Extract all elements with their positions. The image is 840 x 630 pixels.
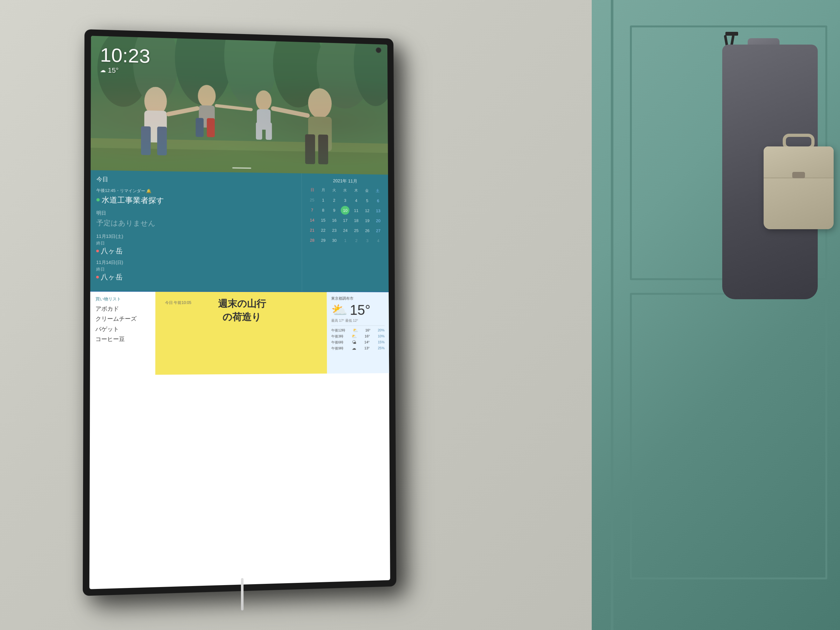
day-sat: 土 bbox=[373, 188, 383, 194]
note-meta: 今日 午前10:05 bbox=[165, 300, 191, 306]
forecast-rain-3: 15% bbox=[378, 340, 385, 344]
forecast-temp-1: 16° bbox=[365, 328, 371, 332]
forecast-temp-2: 16° bbox=[365, 334, 370, 338]
forecast-row-1: 午後12時 ⛅ 16° 20% bbox=[332, 328, 385, 333]
cal-cell-today: 10 bbox=[341, 206, 349, 215]
reminder-title: 水道工事業者探す bbox=[96, 194, 296, 207]
day-tue: 火 bbox=[329, 187, 339, 194]
today-section: 今日 午後12:45・リマインダー 🔔 水道工事業者探す 明日 予定はありません… bbox=[90, 170, 388, 292]
cal-cell: 3 bbox=[341, 196, 349, 205]
photo-section: 10:23 ☁ 15° bbox=[91, 36, 388, 174]
schedule-dot-2 bbox=[96, 276, 99, 278]
schedule-date-2: 11月14日(日) bbox=[96, 260, 296, 267]
cal-cell: 27 bbox=[374, 226, 383, 235]
cal-cell: 21 bbox=[308, 226, 317, 235]
forecast-row-4: 午後9時 ☁ 13° 25% bbox=[332, 346, 385, 351]
bag bbox=[764, 147, 834, 229]
forecast-temp-4: 13° bbox=[365, 346, 369, 350]
schedule-item-1: 11月13日(土) 終日 八ヶ岳 bbox=[96, 234, 296, 257]
forecast-time-2: 午後3時 bbox=[332, 334, 343, 339]
day-fri: 金 bbox=[362, 188, 373, 194]
weather-forecast: 午後12時 ⛅ 16° 20% 午後3時 ⛅ 16° 10% 午後6時 🌤 bbox=[332, 325, 385, 351]
cal-cell: 14 bbox=[308, 216, 317, 224]
svg-rect-21 bbox=[266, 123, 272, 140]
note-widget[interactable]: 今日 午前10:05 週末の山行の荷造り bbox=[155, 292, 327, 375]
shopping-item-2: クリームチーズ bbox=[95, 316, 150, 323]
calendar-grid: 日 月 火 水 木 金 土 25 1 2 3 4 bbox=[307, 186, 384, 245]
cal-cell: 13 bbox=[374, 206, 382, 215]
cal-cell: 2 bbox=[330, 196, 338, 205]
day-mon: 月 bbox=[318, 187, 329, 194]
cal-cell: 5 bbox=[363, 196, 371, 205]
schedule-left: 今日 午後12:45・リマインダー 🔔 水道工事業者探す 明日 予定はありません… bbox=[90, 170, 302, 292]
weather-main: ⛅ 15° bbox=[331, 303, 384, 317]
tomorrow-label: 明日 bbox=[96, 210, 296, 218]
calendar-right: 2021年 11月 日 月 火 水 木 金 土 25 1 bbox=[302, 174, 388, 292]
schedule-item-2: 11月14日(日) 終日 八ヶ岳 bbox=[96, 260, 296, 283]
reminder-dot bbox=[96, 198, 99, 202]
weather-widget[interactable]: 東京都調布市 ⛅ 15° 最高 17° 最低 12° 午後12時 ⛅ 16° 2… bbox=[327, 292, 389, 374]
cal-cell: 24 bbox=[341, 226, 349, 235]
forecast-row-2: 午後3時 ⛅ 16° 10% bbox=[332, 334, 385, 339]
weather-temp-big: 15° bbox=[350, 303, 371, 317]
svg-rect-12 bbox=[141, 126, 151, 155]
day-sun: 日 bbox=[307, 186, 318, 193]
cal-cell: 28 bbox=[308, 235, 317, 245]
schedule-date-1: 11月13日(土) bbox=[96, 234, 296, 241]
cal-cell: 30 bbox=[330, 236, 339, 245]
cal-cell: 12 bbox=[363, 206, 371, 215]
reminder-block: 午後12:45・リマインダー 🔔 水道工事業者探す bbox=[96, 188, 296, 207]
clock-time: 10:23 bbox=[100, 45, 150, 66]
svg-rect-17 bbox=[207, 118, 215, 137]
cal-cell: 17 bbox=[341, 216, 349, 225]
shopping-item-1: アボカド bbox=[95, 305, 150, 313]
temp-display: 15° bbox=[108, 66, 119, 75]
cal-cell: 25 bbox=[308, 196, 317, 204]
cal-cell: 16 bbox=[330, 216, 338, 225]
shopping-item-4: コーヒー豆 bbox=[95, 336, 150, 343]
cal-cell: 20 bbox=[374, 216, 383, 225]
forecast-icon-4: ☁ bbox=[352, 346, 356, 351]
time-display: 10:23 ☁ 15° bbox=[100, 45, 150, 76]
svg-rect-24 bbox=[305, 134, 315, 164]
camera-icon bbox=[376, 47, 381, 53]
weather-sun-icon: ⛅ bbox=[331, 303, 347, 317]
device-frame: 10:23 ☁ 15° 今日 午後12:45・リマインダー 🔔 水道工事業 bbox=[83, 29, 396, 596]
cal-cell: 1 bbox=[341, 236, 349, 245]
door-panel-inner2 bbox=[630, 293, 827, 579]
forecast-rain-2: 10% bbox=[378, 334, 385, 338]
forecast-rain-4: 25% bbox=[378, 346, 385, 350]
cal-cell: 22 bbox=[319, 226, 328, 235]
cal-cell: 2 bbox=[352, 236, 361, 245]
weather-summary: ☁ 15° bbox=[100, 66, 150, 76]
cal-cell: 19 bbox=[363, 216, 371, 225]
cal-cell: 29 bbox=[319, 236, 328, 245]
device-screen[interactable]: 10:23 ☁ 15° 今日 午後12:45・リマインダー 🔔 水道工事業 bbox=[90, 36, 390, 589]
svg-rect-13 bbox=[157, 127, 167, 155]
day-wed: 水 bbox=[339, 187, 351, 194]
power-cable bbox=[241, 578, 243, 611]
shopping-widget[interactable]: 買い物リスト アボカド クリームチーズ バゲット コーヒー豆 bbox=[90, 292, 155, 375]
forecast-icon-1: ⛅ bbox=[353, 328, 358, 333]
forecast-row-3: 午後6時 🌤 14° 15% bbox=[332, 339, 385, 345]
cal-cell: 3 bbox=[363, 236, 371, 245]
cal-cell: 11 bbox=[352, 206, 361, 215]
cal-body: 25 1 2 3 4 5 6 7 8 9 10 11 12 1 bbox=[307, 195, 384, 245]
cal-cell: 7 bbox=[308, 205, 317, 214]
cal-cell: 4 bbox=[374, 236, 383, 245]
weather-cloud-icon: ☁ bbox=[100, 66, 106, 74]
forecast-time-4: 午後9時 bbox=[332, 346, 343, 351]
cal-cell: 6 bbox=[374, 196, 382, 205]
svg-rect-20 bbox=[256, 122, 262, 140]
schedule-dot-1 bbox=[96, 249, 99, 252]
shopping-title: 買い物リスト bbox=[95, 296, 150, 302]
cal-cell: 8 bbox=[319, 206, 328, 215]
reminder-meta: 午後12:45・リマインダー 🔔 bbox=[96, 188, 296, 196]
shopping-item-3: バゲット bbox=[95, 325, 150, 333]
calendar-title: 2021年 11月 bbox=[307, 178, 383, 185]
today-label: 今日 bbox=[96, 175, 296, 186]
forecast-rain-1: 20% bbox=[378, 328, 385, 332]
cal-cell: 4 bbox=[352, 196, 360, 205]
cal-cell: 9 bbox=[330, 206, 338, 215]
cal-cell: 15 bbox=[319, 216, 328, 224]
